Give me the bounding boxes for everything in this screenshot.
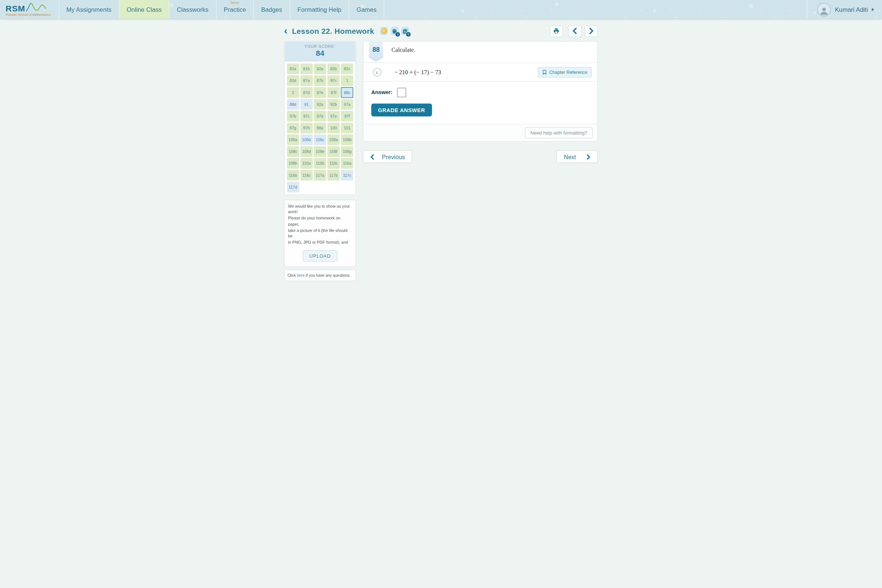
caret-right-icon	[872, 8, 874, 11]
problem-cell-81a[interactable]: 81a	[287, 64, 299, 74]
answer-section: Answer: GRADE ANSWER	[363, 82, 597, 124]
nav-item-badges[interactable]: Badges	[253, 0, 289, 19]
problem-cell-97c[interactable]: 97c	[300, 111, 312, 121]
problem-cell-108d[interactable]: 108d	[300, 146, 312, 156]
previous-button[interactable]: Previous	[363, 150, 412, 163]
next-problem-button[interactable]	[584, 25, 598, 37]
here-link[interactable]: here	[297, 273, 304, 278]
nav-item-classworks[interactable]: Classworks	[169, 0, 216, 19]
problem-cell-110c[interactable]: 110c	[327, 158, 340, 168]
problem-cell-97g[interactable]: 97g	[287, 123, 299, 133]
nav-item-practice[interactable]: New!Practice	[216, 0, 253, 19]
problem-cell-1[interactable]: 1	[341, 75, 353, 86]
next-button[interactable]: Next	[556, 150, 598, 163]
problem-cell-2[interactable]: 2	[287, 87, 299, 98]
problem-cell-117b[interactable]: 117b	[327, 170, 340, 180]
user-name: Kumari Aditi	[835, 6, 868, 12]
nav-item-formatting-help[interactable]: Formatting Help	[290, 0, 349, 19]
problem-cell-82b[interactable]: 82b	[327, 64, 340, 74]
back-chevron-icon[interactable]: ‹	[284, 27, 287, 36]
problem-cell-88c[interactable]: 88c	[341, 87, 353, 98]
nav-item-label: Badges	[261, 6, 282, 12]
problem-cell-100[interactable]: 100	[327, 123, 340, 133]
nav-item-my-assignments[interactable]: My Assignments	[58, 0, 119, 19]
gold-medal-icon	[381, 28, 387, 34]
problem-cell-105b[interactable]: 105b	[300, 135, 312, 145]
problem-cell-117c[interactable]: 117c	[341, 170, 353, 180]
problem-cell-105c[interactable]: 105c	[314, 135, 326, 145]
problem-cell-97h[interactable]: 97h	[300, 123, 312, 133]
answer-input[interactable]	[397, 88, 406, 98]
pagination: Previous Next	[363, 150, 598, 163]
problem-cell-108h[interactable]: 108h	[287, 158, 299, 168]
problem-cell-117d[interactable]: 117d	[287, 182, 299, 192]
problem-cell-82a[interactable]: 82a	[314, 64, 326, 74]
problem-cell-108c[interactable]: 108c	[287, 146, 299, 156]
problem-cell-82c[interactable]: 82c	[341, 64, 353, 74]
problem-cell-97e[interactable]: 97e	[327, 111, 340, 121]
problem-cell-108b[interactable]: 108b	[341, 135, 353, 145]
print-button[interactable]	[549, 25, 563, 37]
problem-cell-116b[interactable]: 116b	[287, 170, 299, 180]
problem-cell-87b[interactable]: 87b	[314, 75, 326, 86]
print-icon	[553, 28, 560, 34]
problem-cell-97a[interactable]: 97a	[341, 99, 353, 109]
user-menu[interactable]: Kumari Aditi	[807, 0, 882, 19]
badge-count: 5	[405, 31, 411, 37]
problem-instruction: Calculate.	[363, 42, 597, 53]
problem-cell-97d[interactable]: 97d	[314, 111, 326, 121]
problem-cell-108e[interactable]: 108e	[314, 146, 326, 156]
nav-item-games[interactable]: Games	[349, 0, 384, 19]
problem-cell-92b[interactable]: 92b	[327, 99, 340, 109]
chapter-reference-label: Chapter Reference	[549, 69, 587, 75]
gold-medal-badge[interactable]	[379, 26, 389, 36]
snowflake-icon: ❄	[461, 10, 465, 15]
bookmark-icon	[542, 69, 547, 75]
problem-grid: 81a81b82a82b82c82d87a87b87c1287d87e87f88…	[285, 62, 356, 194]
prev-problem-button[interactable]	[568, 25, 582, 37]
problem-cell-108a[interactable]: 108a	[327, 135, 340, 145]
upload-button[interactable]: UPLOAD	[303, 250, 338, 262]
problem-cell-87a[interactable]: 87a	[300, 75, 312, 86]
problem-cell-91[interactable]: 91	[300, 99, 312, 109]
answer-label: Answer:	[371, 88, 392, 95]
problem-body: c − 210 + (− 17) − 73 Chapter Reference	[363, 63, 597, 82]
problem-cell-116a[interactable]: 116a	[341, 158, 353, 168]
nav-item-label: Online Class	[126, 6, 161, 12]
problem-cell-88d[interactable]: 88d	[287, 99, 299, 109]
problem-cell-117a[interactable]: 117a	[314, 170, 326, 180]
problem-cell-92a[interactable]: 92a	[314, 99, 326, 109]
questions-text: if you have any questions.	[304, 273, 351, 278]
problem-cell-87d[interactable]: 87d	[300, 87, 312, 98]
problem-footer: Need help with formatting?	[363, 124, 597, 141]
problem-cell-110a[interactable]: 110a	[300, 158, 312, 168]
chapter-reference-button[interactable]: Chapter Reference	[538, 66, 592, 77]
chevron-left-icon	[370, 154, 375, 159]
nav-item-label: Formatting Help	[297, 6, 341, 12]
problem-cell-105a[interactable]: 105a	[287, 135, 299, 145]
upload-panel: We would like you to show us your work! …	[284, 200, 356, 267]
raised-hand-badge[interactable]: 2	[390, 26, 399, 36]
page-title: Lesson 22. Homework	[292, 27, 374, 35]
problem-cell-81b[interactable]: 81b	[300, 64, 312, 74]
problem-cell-87e[interactable]: 87e	[314, 87, 326, 98]
problem-cell-116c[interactable]: 116c	[300, 170, 312, 180]
problem-cell-108f[interactable]: 108f	[327, 146, 340, 156]
problem-cell-82d[interactable]: 82d	[287, 75, 299, 86]
score-card: YOUR SCORE: 84 81a81b82a82b82c82d87a87b8…	[284, 41, 356, 195]
problem-cell-97f[interactable]: 97f	[341, 111, 353, 121]
nav-item-online-class[interactable]: Online Class	[119, 0, 169, 19]
problem-cell-87f[interactable]: 87f	[327, 87, 340, 98]
grade-answer-button[interactable]: GRADE ANSWER	[371, 104, 432, 117]
rsm-logo[interactable]: RSM Russian School of Mathematics	[0, 0, 58, 19]
problem-cell-110b[interactable]: 110b	[314, 158, 326, 168]
problem-cell-97b[interactable]: 97b	[287, 111, 299, 121]
problem-cell-101[interactable]: 101	[341, 123, 353, 133]
problem-header: 88 Calculate.	[363, 42, 597, 63]
worksheets-badge[interactable]: 5	[400, 26, 410, 36]
problem-cell-108g[interactable]: 108g	[341, 146, 353, 156]
problem-cell-87c[interactable]: 87c	[327, 75, 340, 86]
formatting-help-button[interactable]: Need help with formatting?	[525, 127, 593, 138]
problem-cell-98a[interactable]: 98a	[314, 123, 326, 133]
problem-number-ribbon: 88	[369, 42, 383, 62]
